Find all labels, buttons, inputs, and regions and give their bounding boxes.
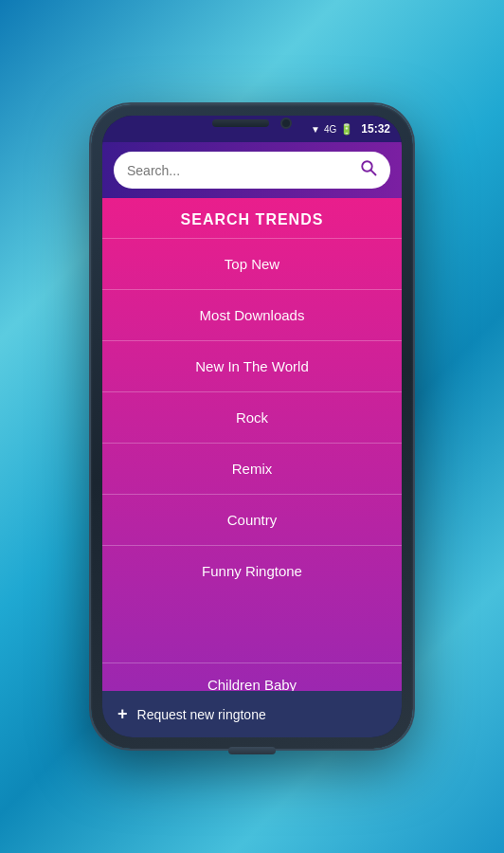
phone-bottom bbox=[102, 737, 402, 754]
section-title: SEARCH TRENDS bbox=[102, 198, 402, 238]
search-input[interactable] bbox=[127, 163, 352, 178]
menu-item-top-new[interactable]: Top New bbox=[102, 238, 402, 289]
top-speaker bbox=[212, 119, 269, 127]
home-button[interactable] bbox=[228, 747, 276, 754]
bottom-bar[interactable]: + Request new ringtone bbox=[102, 691, 402, 737]
phone-frame: ▼ 4G 🔋 15:32 SEARCH TRENDS bbox=[91, 104, 413, 749]
network-label: 4G bbox=[324, 124, 336, 135]
menu-item-most-downloads[interactable]: Most Downloads bbox=[102, 289, 402, 340]
request-ringtone-label: Request new ringtone bbox=[137, 707, 266, 722]
menu-item-new-in-world[interactable]: New In The World bbox=[102, 340, 402, 391]
menu-item-rock[interactable]: Rock bbox=[102, 391, 402, 443]
menu-item-remix[interactable]: Remix bbox=[102, 443, 402, 494]
menu-item-country[interactable]: Country bbox=[102, 494, 402, 545]
partial-menu-item: Children Baby bbox=[102, 662, 402, 691]
status-time: 15:32 bbox=[361, 122, 390, 136]
status-icons: ▼ 4G 🔋 15:32 bbox=[311, 122, 390, 136]
search-icon[interactable] bbox=[360, 159, 377, 181]
wifi-icon: ▼ bbox=[311, 124, 320, 135]
battery-icon: 🔋 bbox=[340, 123, 353, 136]
main-content: SEARCH TRENDS Top NewMost DownloadsNew I… bbox=[102, 198, 402, 691]
plus-icon: + bbox=[117, 704, 128, 724]
phone-screen: ▼ 4G 🔋 15:32 SEARCH TRENDS bbox=[102, 116, 402, 737]
app-header bbox=[102, 142, 402, 198]
menu-item-funny-ringtone[interactable]: Funny Ringtone bbox=[102, 545, 402, 596]
front-camera bbox=[280, 118, 292, 129]
menu-list: Top NewMost DownloadsNew In The WorldRoc… bbox=[102, 238, 402, 662]
search-bar[interactable] bbox=[114, 152, 390, 189]
svg-line-1 bbox=[371, 171, 376, 175]
